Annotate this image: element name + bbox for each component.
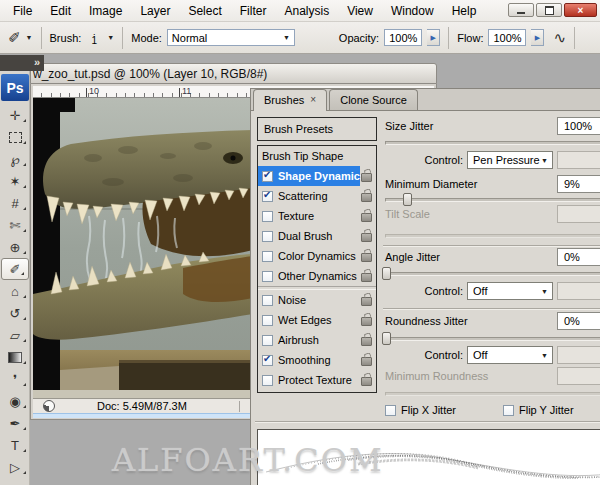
lock-icon[interactable]: [361, 253, 372, 262]
option-color-dynamics[interactable]: Color Dynamics: [258, 246, 376, 266]
lock-icon[interactable]: [361, 193, 372, 202]
flip-x-checkbox[interactable]: [385, 405, 396, 416]
path-select-tool[interactable]: ▷: [0, 456, 30, 478]
opacity-input[interactable]: 100%: [384, 29, 422, 46]
lock-icon[interactable]: [361, 213, 372, 222]
checkbox[interactable]: [262, 295, 273, 306]
option-other-dynamics[interactable]: Other Dynamics: [258, 266, 376, 286]
flow-input[interactable]: 100%: [488, 29, 526, 46]
control-dropdown[interactable]: Off ▼: [467, 346, 553, 364]
brush-preview[interactable]: · 1: [86, 31, 102, 45]
close-button[interactable]: ×: [564, 3, 597, 17]
healing-brush-tool[interactable]: ⊕: [0, 236, 30, 258]
checkbox[interactable]: [262, 315, 273, 326]
lock-icon[interactable]: [361, 317, 372, 326]
checkbox[interactable]: [262, 251, 273, 262]
roundness-jitter-slider[interactable]: [385, 337, 600, 341]
marquee-tool[interactable]: [0, 126, 30, 148]
airbrush-icon[interactable]: ∿: [553, 29, 566, 47]
checkbox[interactable]: [262, 335, 273, 346]
lasso-tool[interactable]: ℘: [0, 148, 30, 170]
angle-jitter-slider[interactable]: [385, 272, 600, 276]
angle-jitter-input[interactable]: 0%: [557, 248, 600, 266]
minimum-diameter-input[interactable]: 9%: [557, 175, 600, 193]
option-smoothing[interactable]: Smoothing: [258, 350, 376, 370]
flip-y-checkbox[interactable]: [503, 405, 514, 416]
divider: [574, 27, 575, 49]
lock-icon[interactable]: [361, 337, 372, 346]
lock-icon[interactable]: [361, 357, 372, 366]
tab-brushes[interactable]: Brushes ×: [253, 89, 327, 111]
close-tab-icon[interactable]: ×: [310, 94, 316, 105]
control-dropdown[interactable]: Off ▼: [467, 282, 553, 300]
checkbox[interactable]: [262, 211, 273, 222]
lock-icon[interactable]: [361, 233, 372, 242]
menu-layer[interactable]: Layer: [131, 1, 179, 21]
history-brush-tool[interactable]: ↺: [0, 302, 30, 324]
menu-analysis[interactable]: Analysis: [275, 1, 338, 21]
slider-thumb[interactable]: [382, 267, 391, 280]
document-title-bar[interactable]: w_zoo_tut.psd @ 100% (Layer 10, RGB/8#): [30, 63, 437, 84]
size-jitter-input[interactable]: 100%: [557, 117, 600, 135]
roundness-jitter-input[interactable]: 0%: [557, 312, 600, 330]
menu-window[interactable]: Window: [382, 1, 443, 21]
menu-select[interactable]: Select: [179, 1, 230, 21]
checkbox[interactable]: [262, 355, 273, 366]
option-scattering[interactable]: Scattering: [258, 186, 376, 206]
checkbox[interactable]: [262, 271, 273, 282]
checkbox[interactable]: [262, 191, 273, 202]
brush-tip-shape-item[interactable]: Brush Tip Shape: [258, 146, 376, 166]
eraser-tool[interactable]: ▱: [0, 324, 30, 346]
lock-icon[interactable]: [361, 273, 372, 282]
menu-help[interactable]: Help: [443, 1, 486, 21]
brush-tool[interactable]: ✐: [1, 258, 29, 280]
menu-filter[interactable]: Filter: [231, 1, 276, 21]
tilt-scale-row: Tilt Scale: [385, 205, 600, 223]
lock-icon[interactable]: [361, 173, 372, 182]
divider: [239, 401, 240, 412]
gradient-tool[interactable]: [0, 346, 30, 368]
tab-clone-source[interactable]: Clone Source: [329, 89, 418, 110]
opacity-spinner[interactable]: ▶: [427, 29, 440, 46]
option-protect-texture[interactable]: Protect Texture: [258, 370, 376, 390]
minimize-button[interactable]: [508, 3, 534, 17]
brush-picker-arrow-icon[interactable]: ▼: [107, 34, 114, 41]
control-dropdown[interactable]: Pen Pressure ▼: [467, 151, 553, 169]
mode-dropdown[interactable]: Normal ▼: [167, 29, 295, 46]
clone-stamp-tool[interactable]: ⌂: [0, 280, 30, 302]
size-jitter-slider[interactable]: [385, 141, 600, 145]
option-noise[interactable]: Noise: [258, 290, 376, 310]
tool-preset-arrow-icon[interactable]: ▼: [26, 34, 33, 41]
option-shape-dynamics[interactable]: Shape Dynamics: [258, 166, 376, 186]
menu-file[interactable]: File: [4, 1, 41, 21]
option-dual-brush[interactable]: Dual Brush: [258, 226, 376, 246]
dock-collapse-header[interactable]: »: [0, 55, 44, 71]
checkbox[interactable]: [262, 171, 273, 182]
type-tool[interactable]: T: [0, 434, 30, 456]
option-airbrush[interactable]: Airbrush: [258, 330, 376, 350]
blur-tool[interactable]: ❜: [0, 368, 30, 390]
status-icon[interactable]: [43, 400, 55, 412]
brush-tool-icon[interactable]: ✐: [8, 29, 21, 47]
restore-button[interactable]: [536, 3, 562, 17]
magic-wand-tool[interactable]: ✶: [0, 170, 30, 192]
slice-tool[interactable]: ✄: [0, 214, 30, 236]
lock-icon[interactable]: [361, 377, 372, 386]
menu-image[interactable]: Image: [80, 1, 131, 21]
checkbox[interactable]: [262, 375, 273, 386]
pen-tool[interactable]: ✒: [0, 412, 30, 434]
minimum-diameter-slider[interactable]: [385, 198, 600, 202]
dodge-tool[interactable]: ◉: [0, 390, 30, 412]
crop-tool[interactable]: #: [0, 192, 30, 214]
divider: [41, 27, 42, 49]
move-tool[interactable]: ✛: [0, 104, 30, 126]
menu-edit[interactable]: Edit: [41, 1, 80, 21]
option-wet-edges[interactable]: Wet Edges: [258, 310, 376, 330]
menu-view[interactable]: View: [338, 1, 382, 21]
slider-thumb[interactable]: [382, 332, 391, 345]
brush-presets-item[interactable]: Brush Presets: [257, 117, 377, 141]
lock-icon[interactable]: [361, 297, 372, 306]
option-texture[interactable]: Texture: [258, 206, 376, 226]
checkbox[interactable]: [262, 231, 273, 242]
flow-spinner[interactable]: ▶: [531, 29, 544, 46]
